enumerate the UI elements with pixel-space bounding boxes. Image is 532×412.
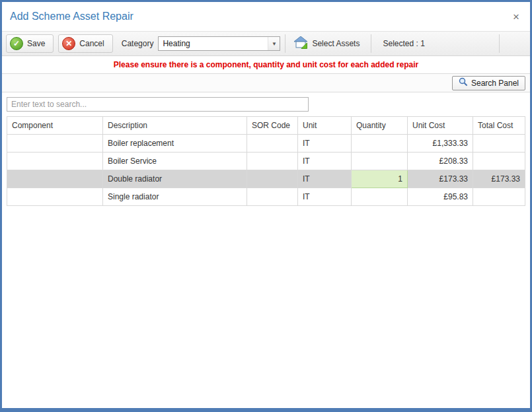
cell-description[interactable]: Double radiator [103,170,247,188]
table-row[interactable]: Double radiatorIT1£173.33£173.33 [7,170,525,188]
search-icon [459,77,468,88]
cell-description[interactable]: Single radiator [103,188,247,206]
search-panel-button-label: Search Panel [471,79,519,88]
search-input[interactable] [7,97,309,112]
toolbar: ✓ Save ✕ Cancel Category Heating ▼ Selec… [2,31,530,56]
category-label: Category [122,39,154,48]
cell-unit[interactable]: IT [298,153,352,170]
cell-total-cost[interactable] [473,153,525,170]
cell-unit[interactable]: IT [298,135,352,153]
save-button[interactable]: ✓ Save [6,34,54,53]
table-row[interactable]: Boiler ServiceIT£208.33 [7,153,525,170]
cell-description[interactable]: Boiler Service [103,153,247,170]
column-header-total-cost[interactable]: Total Cost [473,117,525,135]
column-header-quantity[interactable]: Quantity [352,117,408,135]
dialog-window: Add Scheme Asset Repair × ✓ Save ✕ Cance… [0,0,532,412]
cell-quantity[interactable] [352,153,408,170]
cell-sor-code[interactable] [247,188,298,206]
repair-grid: Component Description SOR Code Unit Quan… [7,116,525,206]
house-select-icon [294,36,307,51]
cell-quantity[interactable] [352,135,408,153]
category-dropdown-value: Heating [159,37,268,50]
column-header-component[interactable]: Component [7,117,103,135]
cell-component[interactable] [7,188,103,206]
column-header-sor-code[interactable]: SOR Code [247,117,298,135]
cell-quantity[interactable] [352,188,408,206]
cell-component[interactable] [7,135,103,153]
category-dropdown[interactable]: Heating ▼ [158,36,280,51]
cell-component[interactable] [7,170,103,188]
search-panel-bar: Search Panel [2,73,530,92]
chevron-down-icon[interactable]: ▼ [268,37,280,50]
search-panel-button[interactable]: Search Panel [452,76,525,90]
save-check-icon: ✓ [10,37,23,50]
titlebar: Add Scheme Asset Repair × [2,2,530,31]
select-assets-button[interactable]: Select Assets [290,34,366,53]
grid-header-row: Component Description SOR Code Unit Quan… [7,117,525,135]
toolbar-separator [285,34,285,53]
cell-unit-cost[interactable]: £95.83 [408,188,473,206]
cell-unit[interactable]: IT [298,170,352,188]
close-button[interactable]: × [510,10,522,24]
page-title: Add Scheme Asset Repair [10,11,133,22]
search-row [2,92,530,116]
cell-sor-code[interactable] [247,153,298,170]
grid-body: Boiler replacementIT£1,333.33Boiler Serv… [7,135,525,206]
cancel-button[interactable]: ✕ Cancel [58,34,112,53]
cell-unit-cost[interactable]: £173.33 [408,170,473,188]
column-header-unit[interactable]: Unit [298,117,352,135]
cancel-x-icon: ✕ [62,37,75,50]
cell-unit-cost[interactable]: £1,333.33 [408,135,473,153]
column-header-unit-cost[interactable]: Unit Cost [408,117,473,135]
cell-unit-cost[interactable]: £208.33 [408,153,473,170]
select-assets-label: Select Assets [312,39,360,48]
save-button-label: Save [27,39,45,48]
column-header-description[interactable]: Description [103,117,247,135]
cell-sor-code[interactable] [247,170,298,188]
cancel-button-label: Cancel [79,39,104,48]
cell-total-cost[interactable]: £173.33 [473,170,525,188]
cell-sor-code[interactable] [247,135,298,153]
table-row[interactable]: Boiler replacementIT£1,333.33 [7,135,525,153]
selected-count: Selected : 1 [376,39,431,48]
grid-wrap: Component Description SOR Code Unit Quan… [2,116,530,206]
toolbar-separator [499,34,500,53]
cell-unit[interactable]: IT [298,188,352,206]
table-row[interactable]: Single radiatorIT£95.83 [7,188,525,206]
toolbar-separator [371,34,371,53]
warning-row: Please ensure there is a component, quan… [2,56,530,73]
cell-total-cost[interactable] [473,188,525,206]
cell-total-cost[interactable] [473,135,525,153]
cell-description[interactable]: Boiler replacement [103,135,247,153]
close-icon: × [513,11,519,23]
cell-quantity[interactable]: 1 [352,170,408,188]
cell-component[interactable] [7,153,103,170]
warning-text: Please ensure there is a component, quan… [114,60,418,69]
